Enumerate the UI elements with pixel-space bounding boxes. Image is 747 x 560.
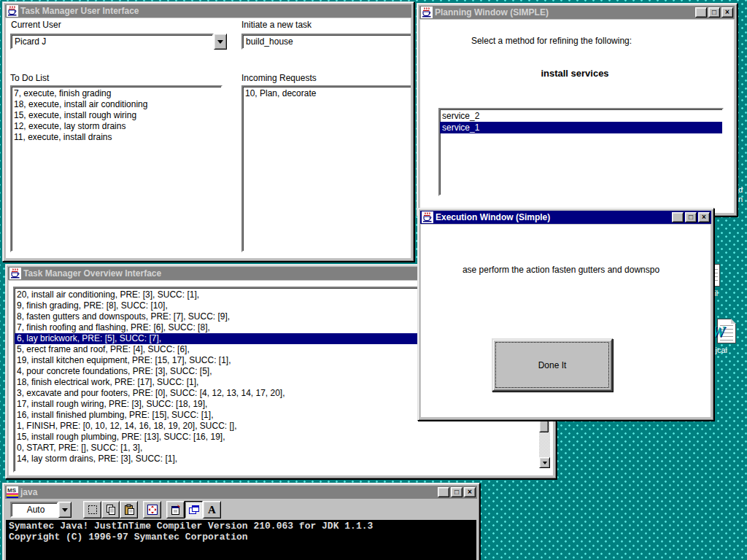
- incoming-request-item[interactable]: 10, Plan, decorate: [243, 88, 411, 99]
- ms-dos-icon: MS: [7, 486, 18, 498]
- maximize-button[interactable]: □: [451, 487, 462, 497]
- titlebar[interactable]: Execution Window (Simple) _ □ ×: [420, 211, 711, 224]
- chevron-down-icon: [62, 508, 68, 512]
- current-user-label: Current User: [11, 20, 61, 30]
- method-list-item[interactable]: service_2: [440, 110, 722, 122]
- properties-icon: [170, 504, 182, 516]
- todo-list-item[interactable]: 15, execute, install rough wiring: [12, 110, 221, 121]
- maximize-button[interactable]: □: [685, 212, 697, 222]
- desktop: ail W ijcai d n Task Manager User Interf…: [0, 0, 747, 560]
- java-cup-icon: [7, 5, 18, 17]
- close-button[interactable]: ×: [464, 487, 476, 497]
- chevron-down-icon: [217, 40, 223, 44]
- hidden-icon-label-fragment: n: [738, 195, 743, 203]
- todo-list-item[interactable]: 18, execute, install air conditioning: [12, 99, 221, 110]
- close-button[interactable]: ×: [698, 212, 710, 222]
- mark-selection-icon: [87, 504, 98, 516]
- method-listbox[interactable]: service_2service_1: [438, 108, 724, 196]
- task-list-item[interactable]: 1, FINISH, PRE: [0, 10, 12, 14, 16, 18, …: [15, 421, 550, 432]
- task-list-item[interactable]: 0, START, PRE: [], SUCC: [1, 3],: [15, 443, 550, 454]
- titlebar[interactable]: Planning Window (SIMPLE) _ □ ×: [419, 6, 735, 19]
- window-task-manager-user-interface: Task Manager User Interface Current User…: [2, 1, 414, 262]
- done-it-button[interactable]: Done It: [492, 338, 613, 392]
- window-planning: Planning Window (SIMPLE) _ □ × Select a …: [417, 3, 738, 217]
- user-window-content: Current User Picard J Initiate a new tas…: [6, 18, 411, 258]
- font-a-icon: A: [208, 505, 216, 516]
- window-execution: Execution Window (Simple) _ □ × ase perf…: [417, 208, 714, 421]
- maximize-button[interactable]: □: [708, 7, 720, 18]
- console-line: Symantec Java! JustInTime Compiler Versi…: [9, 521, 473, 532]
- java-cup-icon: [421, 7, 433, 18]
- close-button[interactable]: ×: [721, 7, 733, 18]
- window-title: java: [20, 487, 436, 497]
- minimize-button[interactable]: _: [695, 7, 707, 18]
- mark-button[interactable]: [83, 501, 101, 518]
- svg-text:MS: MS: [7, 487, 17, 494]
- window-java-console: MS java _ □ × Auto A: [2, 483, 480, 560]
- minimize-button[interactable]: _: [438, 487, 449, 497]
- todo-list-item[interactable]: 7, execute, finish grading: [12, 88, 221, 99]
- incoming-requests-listbox[interactable]: 10, Plan, decorate: [241, 85, 411, 252]
- titlebar[interactable]: MS java _ □ ×: [5, 486, 477, 499]
- current-user-combobox[interactable]: Picard J: [10, 34, 227, 50]
- planning-window-content: Select a method for refining the followi…: [420, 20, 734, 213]
- window-title: Planning Window (SIMPLE): [435, 7, 693, 18]
- font-button[interactable]: A: [203, 501, 221, 518]
- new-task-input[interactable]: [241, 34, 411, 50]
- background-button[interactable]: [185, 501, 203, 518]
- ijcai-icon-label[interactable]: ijcai: [713, 346, 727, 354]
- method-list-item[interactable]: service_1: [440, 122, 722, 133]
- window-title: Execution Window (Simple): [436, 212, 670, 222]
- task-list-item[interactable]: 15, install rough plumbing, PRE: [13], S…: [15, 432, 550, 443]
- console-toolbar: Auto A: [6, 499, 476, 520]
- minimize-button[interactable]: _: [672, 212, 684, 222]
- action-message: ase perform the action fasten gutters an…: [450, 265, 672, 276]
- properties-button[interactable]: [166, 501, 185, 518]
- copy-icon: [105, 504, 117, 516]
- paste-button[interactable]: [120, 501, 138, 518]
- scroll-down-button[interactable]: [539, 457, 550, 468]
- task-to-refine: install services: [420, 68, 729, 79]
- current-user-value[interactable]: Picard J: [10, 34, 214, 50]
- background-windows-icon: [188, 504, 200, 516]
- chevron-down-icon: [543, 462, 547, 464]
- todo-list-label: To Do List: [10, 73, 49, 83]
- dropdown-button[interactable]: [214, 34, 227, 50]
- font-size-combobox[interactable]: Auto: [10, 502, 71, 518]
- copy-button[interactable]: [101, 501, 120, 518]
- hidden-icon-label-fragment: d: [738, 185, 743, 194]
- todo-listbox[interactable]: 7, execute, finish grading18, execute, i…: [10, 85, 222, 252]
- dropdown-button[interactable]: [58, 502, 71, 518]
- incoming-requests-label: Incoming Requests: [241, 73, 317, 83]
- java-cup-icon: [422, 211, 433, 223]
- paste-icon: [123, 504, 135, 516]
- titlebar[interactable]: Task Manager User Interface: [5, 4, 411, 18]
- refine-prompt: Select a method for refining the followi…: [420, 36, 683, 46]
- task-list-item[interactable]: 14, lay storm drains, PRE: [3], SUCC: [1…: [15, 454, 550, 464]
- todo-list-item[interactable]: 12, execute, lay storm drains: [12, 121, 221, 132]
- execution-window-content: ase perform the action fasten gutters an…: [421, 225, 711, 417]
- fullscreen-button[interactable]: [143, 501, 161, 518]
- console-output[interactable]: Symantec Java! JustInTime Compiler Versi…: [6, 520, 476, 560]
- console-line: Copyright (C) 1996-97 Symantec Corporati…: [9, 532, 473, 542]
- console-window-content: Auto A Symantec Java! JustInTime Compile…: [6, 499, 476, 560]
- fullscreen-icon: [147, 504, 158, 516]
- java-cup-icon: [9, 268, 21, 279]
- new-task-label: Initiate a new task: [241, 20, 311, 30]
- window-title: Task Manager User Interface: [20, 6, 410, 16]
- font-size-value[interactable]: Auto: [10, 502, 58, 518]
- todo-list-item[interactable]: 11, execute, install drains: [12, 132, 221, 143]
